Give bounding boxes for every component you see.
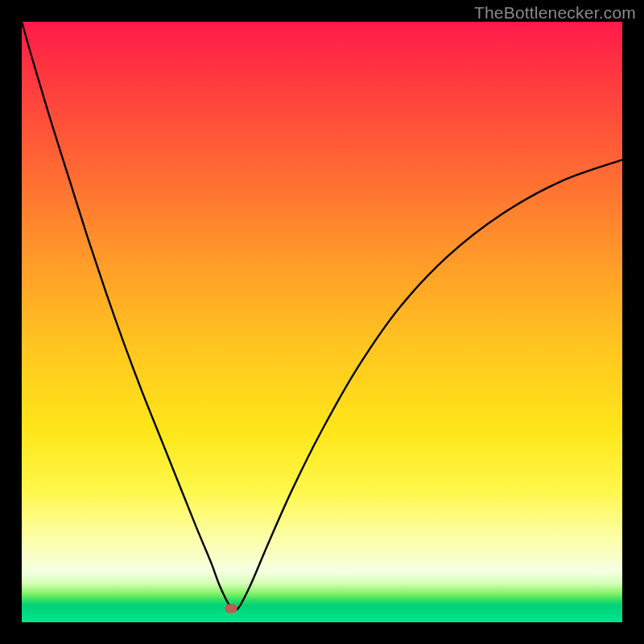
watermark-text: TheBottlenecker.com (474, 3, 636, 23)
plot-area (22, 22, 622, 622)
minimum-marker (225, 604, 237, 613)
chart-frame: TheBottlenecker.com (0, 0, 644, 644)
bottleneck-curve (22, 22, 622, 622)
